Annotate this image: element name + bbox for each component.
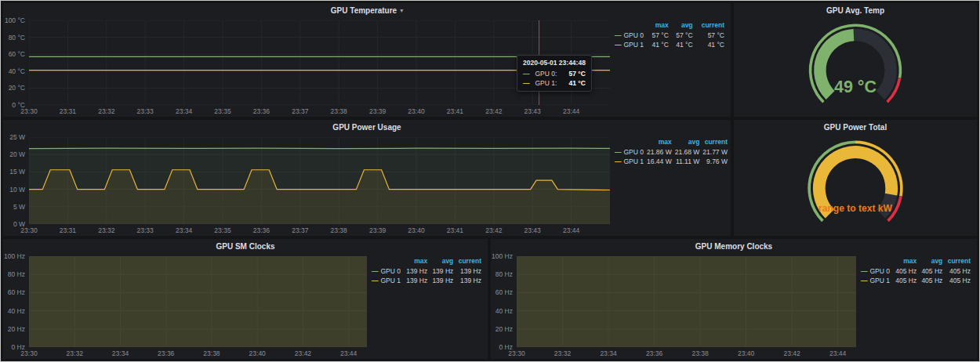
x-tick-label: 23:34 [112, 349, 129, 357]
panel-title-gpu-power-usage[interactable]: GPU Power Usage [3, 120, 731, 134]
legend-table: maxavgcurrent—GPU 057 °C57 °C57 °C—GPU 1… [613, 21, 726, 49]
series-fill [29, 256, 367, 347]
panel-gpu-memory-clocks: GPU Memory Clocks 0 Hz20 Hz40 Hz60 Hz80 … [491, 239, 977, 359]
plot-area [517, 256, 856, 347]
y-tick-label: 10 W [9, 186, 25, 194]
dashboard-row-3: GPU SM Clocks 0 Hz20 Hz40 Hz60 Hz80 Hz10… [3, 239, 977, 359]
gpu-sm-clocks-legend: maxavgcurrent—GPU 0139 Hz139 Hz139 Hz—GP… [370, 253, 488, 359]
legend-row: —GPU 021.86 W21.68 W21.77 W [613, 147, 729, 157]
panel-title-gpu-sm-clocks[interactable]: GPU SM Clocks [3, 239, 488, 253]
legend-header-avg[interactable]: avg [670, 21, 695, 31]
x-tick-label: 23:42 [295, 349, 311, 357]
legend-header-current[interactable]: current [695, 21, 726, 31]
x-tick-label: 23:38 [331, 226, 347, 234]
legend-header-avg[interactable]: avg [429, 257, 455, 266]
y-tick-label: 100 Hz [4, 252, 25, 260]
panel-title-gpu-temperature[interactable]: GPU Temperature ▾ [3, 3, 731, 17]
legend-value: 405 Hz [918, 276, 944, 285]
legend-series-name[interactable]: —GPU 0 [370, 266, 403, 276]
y-tick-label: 80 Hz [8, 270, 25, 278]
grafana-dashboard: GPU Temperature ▾ 0 °C20 °C40 °C60 °C80 … [0, 0, 980, 362]
legend-series-name[interactable]: —GPU 0 [859, 266, 892, 276]
gpu-memory-clocks-chart[interactable]: 0 Hz20 Hz40 Hz60 Hz80 Hz100 Hz23:3023:32… [491, 253, 859, 359]
legend-value: 405 Hz [944, 276, 972, 285]
x-tick-label: 23:32 [67, 349, 83, 357]
legend-value: 139 Hz [455, 266, 483, 276]
legend-header-avg[interactable]: avg [673, 138, 702, 147]
legend-series-label: GPU 0 [624, 148, 644, 156]
legend-header-max[interactable]: max [645, 138, 673, 147]
panel-gpu-avg-temp: GPU Avg. Temp 49 °C [734, 3, 977, 117]
y-tick-label: 25 W [9, 133, 25, 141]
legend-header-avg[interactable]: avg [918, 257, 944, 266]
y-tick-label: 15 W [9, 168, 25, 176]
legend-header-current[interactable]: current [944, 257, 972, 266]
x-tick-label: 23:39 [369, 226, 386, 234]
legend-series-name[interactable]: —GPU 1 [613, 157, 645, 166]
x-tick-label: 23:33 [137, 226, 154, 234]
legend-header-max[interactable]: max [403, 257, 429, 266]
tooltip-series-value: 41 °C [563, 78, 586, 88]
legend-series-name[interactable]: —GPU 1 [370, 276, 403, 285]
gauge-svg: range to text kW [734, 136, 977, 233]
y-axis: 0 W5 W10 W15 W20 W25 W [3, 137, 27, 224]
legend-series-name[interactable]: —GPU 1 [613, 40, 646, 49]
legend-series-label: GPU 1 [870, 277, 891, 284]
legend-header-max[interactable]: max [646, 21, 670, 31]
panel-title-text: GPU SM Clocks [216, 242, 274, 251]
panel-gpu-power-total: GPU Power Total range to text kW [734, 120, 977, 236]
panel-body: 0 Hz20 Hz40 Hz60 Hz80 Hz100 Hz23:3023:32… [491, 253, 977, 359]
series-color-dash-icon: — [372, 277, 379, 284]
y-tick-label: 5 W [13, 203, 25, 211]
legend-value: 405 Hz [892, 276, 918, 285]
legend-series-name[interactable]: —GPU 0 [613, 31, 646, 40]
tooltip-time: 2020-05-01 23:44:48 [523, 59, 586, 67]
tooltip-series-value: 57 °C [563, 69, 586, 78]
y-tick-label: 40 Hz [495, 307, 513, 315]
x-tick-label: 23:37 [292, 226, 308, 234]
legend-row: —GPU 1405 Hz405 Hz405 Hz [859, 276, 972, 285]
legend-row: —GPU 141 °C41 °C41 °C [613, 40, 726, 49]
legend-header-max[interactable]: max [892, 257, 918, 266]
legend-header-current[interactable]: current [701, 138, 729, 147]
gpu-power-usage-chart[interactable]: 0 W5 W10 W15 W20 W25 W23:3023:3123:3223:… [3, 134, 613, 236]
legend-value: 21.77 W [701, 147, 729, 157]
y-tick-label: 60 Hz [495, 288, 513, 296]
legend-value: 139 Hz [429, 276, 455, 285]
x-tick-label: 23:38 [691, 349, 708, 357]
x-tick-label: 23:37 [292, 107, 308, 115]
series-color-dash-icon: — [372, 267, 379, 275]
legend-value: 21.86 W [645, 147, 673, 157]
x-tick-label: 23:36 [253, 226, 270, 234]
legend-series-label: GPU 0 [381, 267, 401, 275]
series-fill [517, 256, 856, 347]
chevron-down-icon: ▾ [400, 7, 403, 14]
panel-title-text: GPU Memory Clocks [695, 242, 772, 251]
legend-series-name[interactable]: —GPU 1 [859, 276, 892, 285]
x-tick-label: 23:32 [98, 226, 114, 234]
x-tick-label: 23:42 [485, 107, 502, 115]
legend-value: 57 °C [646, 31, 670, 40]
x-tick-label: 23:35 [214, 226, 230, 234]
x-tick-label: 23:34 [600, 349, 616, 357]
panel-title-text: GPU Temperature [331, 6, 397, 15]
x-tick-label: 23:39 [369, 107, 386, 115]
x-tick-label: 23:44 [340, 349, 357, 357]
y-tick-label: 60 °C [9, 50, 25, 58]
tooltip-series-row: —GPU 1:41 °C [523, 78, 586, 88]
x-tick-label: 23:40 [249, 349, 266, 357]
tooltip-series-label: GPU 1: [535, 78, 557, 88]
gpu-sm-clocks-chart[interactable]: 0 Hz20 Hz40 Hz60 Hz80 Hz100 Hz23:3023:32… [3, 253, 370, 359]
panel-title-gpu-memory-clocks[interactable]: GPU Memory Clocks [491, 239, 977, 253]
legend-value: 41 °C [670, 40, 695, 49]
legend-series-name[interactable]: —GPU 0 [613, 147, 645, 157]
gauge-svg: 49 °C [734, 19, 977, 114]
x-tick-label: 23:38 [203, 349, 220, 357]
y-tick-label: 40 Hz [8, 307, 25, 315]
legend-header-current[interactable]: current [455, 257, 483, 266]
panel-title-gpu-power-total[interactable]: GPU Power Total [734, 120, 977, 134]
legend-row: —GPU 0405 Hz405 Hz405 Hz [859, 266, 972, 276]
y-axis: 0 Hz20 Hz40 Hz60 Hz80 Hz100 Hz [491, 256, 515, 347]
panel-title-gpu-avg-temp[interactable]: GPU Avg. Temp [734, 3, 977, 17]
series-color-dash-icon: — [523, 69, 530, 78]
